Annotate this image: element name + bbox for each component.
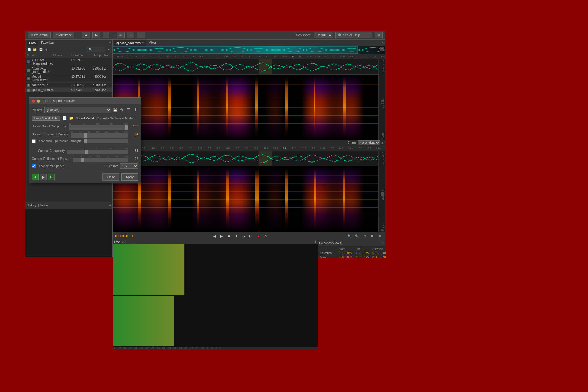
history-tab[interactable]: History — [27, 204, 36, 207]
tool-btn-1[interactable]: ◀ — [82, 32, 90, 38]
loop-btn[interactable]: ↻ — [262, 233, 269, 239]
expand-all-btn[interactable]: ⊞ — [376, 233, 383, 239]
search-help-box[interactable]: 🔍 Search Help — [335, 32, 372, 38]
selection-tabs: Selection/View × ✕ — [318, 240, 385, 246]
open-file-btn[interactable]: 📂 — [32, 47, 37, 52]
preset-delete-btn[interactable]: 🗑 — [119, 107, 125, 113]
zoom-out-btn[interactable]: 🔍- — [354, 233, 360, 239]
search-icon: 🔍 — [338, 33, 342, 37]
waveform-btn[interactable]: ⊞ Waveform — [28, 32, 51, 38]
zoom-fit-btn[interactable]: ⊡ — [362, 233, 368, 239]
footer-play-btn[interactable]: ● — [32, 174, 39, 180]
stop-btn[interactable]: ■ — [226, 233, 232, 239]
refinement-slider[interactable] — [71, 133, 128, 138]
close-bottom-panel-btn[interactable]: ✕ — [109, 204, 111, 207]
tools-btn[interactable]: ⚙ — [369, 233, 375, 239]
content-complexity-slider[interactable] — [67, 150, 128, 154]
file-item-4[interactable]: ♫ speech_siren.wav 0:16.370 48000 Hz — [25, 88, 112, 92]
selection-content: Start End Duration Selection 0:10.869 0:… — [318, 246, 385, 261]
zoom-dropdown[interactable]: Independent — [358, 140, 380, 145]
close-editor-panel-btn[interactable]: ✕ — [381, 41, 384, 44]
content-refinement-slider[interactable] — [73, 158, 128, 162]
sound-model-icons: 📄 📁 — [62, 115, 74, 121]
levels-scale: -8 -57 -54 -51 -48 -45 -42 -39 -36 -33 -… — [113, 347, 318, 349]
expand-btn[interactable]: ⊞ — [375, 32, 383, 38]
search-btn[interactable]: ≡ — [106, 47, 111, 52]
editor-tab-waveform[interactable]: speech_siren.wav × — [114, 40, 146, 46]
track-content-1 — [113, 59, 378, 140]
close-left-panel-btn[interactable]: ✕ — [109, 41, 111, 44]
file-icon-audio-1: ♫ — [27, 69, 30, 72]
enhance-speech-checkbox[interactable] — [32, 164, 36, 168]
zoom-control: Zoom: Independent — [348, 140, 380, 145]
footer-preview-btn[interactable]: ▶ — [40, 174, 47, 180]
levels-tab[interactable]: Levels × — [114, 240, 126, 244]
sound-remover-dialog: Effect – Sound Remover Presets: [Custom]… — [29, 97, 141, 183]
complexity-slider[interactable] — [69, 125, 128, 130]
return-to-start-btn[interactable]: |◀ — [211, 233, 217, 239]
file-item-0[interactable]: ▶ ADR_ses…_Rendered.mov 0:16.933 — [25, 58, 112, 66]
fft-size-dropdown[interactable]: 512 — [120, 163, 138, 169]
waveform-canvas-2 — [113, 151, 378, 166]
file-search-input[interactable] — [87, 47, 105, 52]
record-btn[interactable]: ● — [255, 233, 261, 239]
close-dialog-btn[interactable]: Close — [102, 173, 119, 181]
sound-model-open-btn[interactable]: 📄 — [62, 115, 68, 121]
expand-section-btn[interactable]: ⊞ — [381, 141, 384, 144]
save-file-btn[interactable]: 💾 — [38, 47, 43, 52]
tab-close-btn[interactable]: × — [142, 41, 144, 44]
overview-waveform — [113, 46, 385, 54]
footer-loop-btn[interactable]: ↻ — [48, 174, 55, 180]
close-levels-btn[interactable]: ✕ — [314, 240, 316, 244]
apply-dialog-btn[interactable]: Apply — [121, 173, 138, 181]
editor-area: speech_siren.wav × Mixer ✕ — [113, 40, 385, 257]
learn-sound-model-btn[interactable]: Learn Sound Model — [32, 116, 60, 121]
panel-tabs: Files Favorites ✕ — [25, 40, 112, 46]
file-item-3[interactable]: S parks.sesx * 23:38.492 48000 Hz — [25, 83, 112, 88]
selection-header: Start End Duration — [320, 247, 383, 251]
multitrack-btn[interactable]: ≡ Multitrack — [53, 32, 74, 38]
preset-menu-btn[interactable]: ☰ — [126, 107, 131, 113]
skip-fwd-btn[interactable]: ⏭ — [248, 233, 254, 239]
preset-info-btn[interactable]: ℹ — [133, 107, 138, 113]
track-section-2: dB -9 -9 -3 Hz 15k 10k 7k 5k 2k 1k 500 — [113, 151, 385, 232]
play-btn[interactable]: ▶ — [218, 233, 224, 239]
close-selection-btn[interactable]: ✕ — [381, 241, 384, 245]
new-file-btn[interactable]: 📄 — [27, 47, 32, 52]
marquee-tool[interactable]: ⌗ — [127, 32, 134, 38]
healing-tool[interactable]: ✦ — [137, 32, 145, 38]
complexity-slider-container: 20 40 60 80 100 — [69, 123, 128, 130]
presets-dropdown[interactable]: [Custom] — [44, 107, 111, 113]
top-toolbar: ⊞ Waveform ≡ Multitrack ◀ ▶ | ✏ ⌗ ✦ Work… — [25, 31, 385, 40]
favorites-tab[interactable]: Favorites — [39, 40, 56, 46]
sound-model-folder-btn[interactable]: 📁 — [69, 115, 74, 121]
preset-save-btn[interactable]: 💾 — [112, 107, 118, 113]
enhanced-suppression-checkbox[interactable] — [32, 139, 36, 143]
editor-tab-mixer[interactable]: Mixer — [146, 40, 158, 46]
dialog-title: Effect – Sound Remover — [42, 99, 75, 103]
bottom-panels: Levels × ✕ -8 -57 -54 -51 -48 -45 — [113, 240, 385, 257]
file-item-1[interactable]: ♫ AtomicA…_edit_audio * 10:33.966 22050 … — [25, 66, 112, 74]
skip-back-btn[interactable]: ⏮ — [240, 233, 247, 239]
tool-btn-2[interactable]: ▶ — [92, 32, 100, 38]
file-item-2[interactable]: S Moped Siren.sesx * 10:57.081 48000 Hz — [25, 74, 112, 83]
tool-btn-3[interactable]: | — [103, 32, 109, 38]
zoom-in-btn[interactable]: 🔍+ — [347, 233, 353, 239]
presets-row: Presets: [Custom] 💾 🗑 ☰ ℹ — [32, 107, 138, 113]
refinement-marks: 20 40 60 80 100 120 140 — [71, 131, 128, 133]
file-icon-session-1: S — [27, 77, 30, 80]
multitrack-icon: ≡ — [56, 33, 58, 37]
pencil-tool[interactable]: ✏ — [117, 32, 125, 38]
file-icon-audio-2: ♫ — [27, 89, 30, 92]
waveform-canvas-1 — [113, 59, 378, 74]
delete-file-btn[interactable]: 🗑 — [44, 47, 49, 52]
dialog-close-btn[interactable] — [32, 100, 35, 103]
workspace-dropdown[interactable]: Default — [314, 32, 333, 38]
video-tab[interactable]: Video — [40, 204, 48, 207]
dialog-minimize-btn[interactable] — [37, 100, 40, 103]
selection-panel: Selection/View × ✕ Start End Duration — [318, 240, 385, 257]
files-tab[interactable]: Files — [27, 40, 38, 46]
selection-tab[interactable]: Selection/View × — [319, 241, 342, 245]
suppression-slider[interactable] — [84, 139, 128, 143]
pause-btn[interactable]: ⏸ — [233, 233, 239, 239]
